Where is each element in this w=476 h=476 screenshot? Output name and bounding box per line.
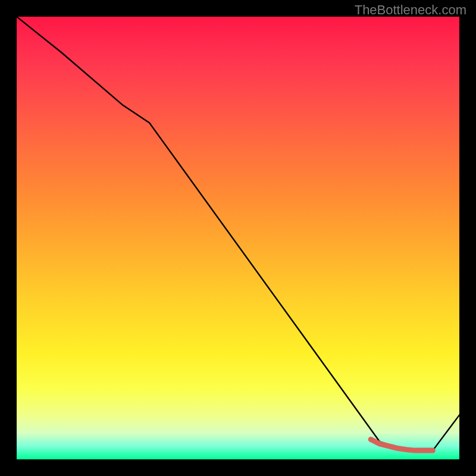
main-curve-line bbox=[17, 17, 459, 450]
highlight-segment-line bbox=[371, 440, 433, 451]
chart-svg bbox=[17, 17, 459, 459]
plot-area bbox=[17, 17, 459, 459]
watermark-text: TheBottleneck.com bbox=[355, 2, 466, 18]
